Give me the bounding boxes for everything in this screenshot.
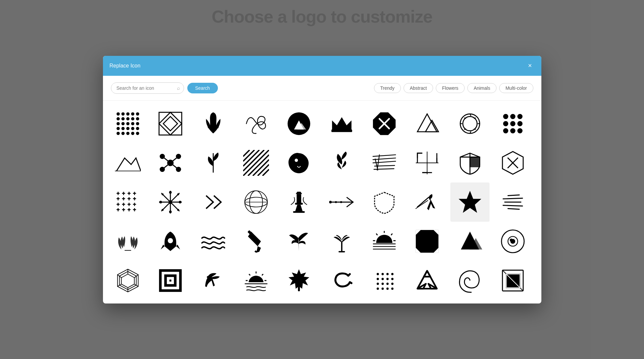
svg-rect-132 [338,251,345,252]
tag-abstract[interactable]: Abstract [404,83,433,93]
svg-point-147 [510,239,512,241]
icon-spiral[interactable] [450,261,490,300]
icon-mountain-circle[interactable] [279,104,319,143]
svg-text:+: + [128,190,131,196]
svg-line-58 [170,163,178,170]
icon-mountain-triangles[interactable] [408,104,447,143]
replace-icon-modal: Replace Icon × ⌕ Search Trendy Abstract … [103,56,541,303]
icon-sunrise-scene[interactable] [236,261,276,300]
icon-geometric-diamond[interactable] [151,104,190,143]
modal-title: Replace Icon [110,63,140,69]
svg-line-56 [170,156,178,163]
icon-sunset[interactable] [365,222,404,261]
icon-botanical-spray[interactable] [322,143,361,182]
svg-point-21 [121,132,125,135]
icon-x-hexagon[interactable] [493,143,532,182]
icon-arrow-line[interactable] [322,182,361,222]
tag-trendy[interactable]: Trendy [374,83,401,93]
icon-shield-half[interactable] [450,143,490,182]
svg-point-104 [159,201,162,203]
icon-nested-squares[interactable] [151,261,190,300]
icon-maple-leaf[interactable] [279,261,319,300]
icon-scribble[interactable] [236,104,276,143]
svg-point-108 [162,209,164,211]
icon-wax-seal[interactable] [450,104,490,143]
svg-point-174 [382,278,384,280]
svg-marker-27 [163,116,178,131]
icon-palm-trees[interactable] [322,222,361,261]
icon-shield-dots[interactable] [365,182,404,222]
icon-shooting-star[interactable] [408,182,447,222]
icon-x-octagon[interactable] [365,104,404,143]
svg-line-125 [503,205,522,206]
icon-c-logo[interactable] [322,261,361,300]
icon-rocket[interactable] [151,222,190,261]
icon-leaf-branch[interactable] [194,143,233,182]
icon-nine-dots[interactable] [493,104,532,143]
svg-point-11 [121,122,125,125]
icon-star-bold[interactable] [450,182,490,222]
svg-point-15 [116,127,120,130]
icon-mountain-outline[interactable] [108,143,147,182]
icon-scan-frame[interactable] [408,143,447,182]
icon-laurel-wreath[interactable] [108,222,147,261]
svg-point-43 [503,121,508,126]
svg-point-6 [121,117,125,120]
icon-dots-pattern[interactable] [108,104,147,143]
icon-dotted-grid[interactable] [365,261,404,300]
svg-point-109 [177,209,179,211]
close-button[interactable]: × [525,61,535,70]
icon-speed-lines[interactable] [493,182,532,222]
icon-diagonal-lines[interactable] [236,143,276,182]
tag-multicolor[interactable]: Multi-color [499,83,533,93]
icon-eye-circle[interactable] [493,222,532,261]
icon-impossible-triangle[interactable] [408,261,447,300]
icon-botanical-leaves[interactable] [194,104,233,143]
svg-line-123 [503,198,522,199]
icon-double-chevron[interactable] [194,182,233,222]
icon-network-nodes[interactable] [151,143,190,182]
svg-point-105 [179,201,182,203]
svg-point-24 [136,132,139,135]
icon-waves[interactable] [194,222,233,261]
search-button[interactable]: Search [187,83,218,93]
svg-marker-31 [332,117,351,130]
svg-point-16 [121,127,125,130]
icon-corner-square[interactable] [493,261,532,300]
svg-point-2 [126,112,130,115]
icon-mountain-solid[interactable] [450,222,490,261]
svg-point-40 [503,114,508,119]
svg-point-4 [136,112,139,115]
svg-rect-117 [293,211,305,213]
icon-snowflake-burst[interactable] [151,182,190,222]
svg-rect-131 [341,241,342,252]
icon-plus-dots[interactable]: ++++++++++++++++ [108,182,147,222]
svg-text:+: + [116,201,119,207]
icon-crown[interactable] [322,104,361,143]
icon-fabric-texture[interactable] [408,222,447,261]
icon-paint-brush[interactable] [236,222,276,261]
svg-point-46 [503,128,508,133]
svg-point-14 [136,122,139,125]
svg-line-164 [262,274,263,275]
svg-point-181 [377,287,379,290]
icon-lighthouse[interactable] [279,182,319,222]
svg-text:+: + [128,207,131,212]
svg-point-175 [387,278,389,280]
icon-hexagon-outline[interactable] [108,261,147,300]
tag-flowers[interactable]: Flowers [436,83,465,93]
svg-point-169 [377,273,379,275]
icon-bird[interactable] [194,261,233,300]
svg-point-119 [329,201,331,203]
icon-palm-leaf[interactable] [279,222,319,261]
svg-line-135 [391,233,393,235]
svg-line-55 [162,156,170,163]
icon-sketch-lines[interactable] [365,143,404,182]
icon-sphere-grid[interactable] [236,182,276,222]
modal-header: Replace Icon × [103,56,541,76]
svg-point-103 [169,210,172,213]
icon-floral-blob[interactable] [279,143,319,182]
search-input[interactable] [111,82,184,94]
tag-animals[interactable]: Animals [467,83,497,93]
svg-rect-32 [331,129,352,132]
